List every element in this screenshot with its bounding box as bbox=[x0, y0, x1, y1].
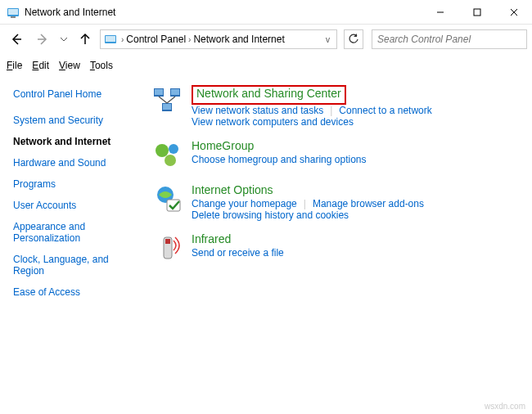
control-panel-small-icon bbox=[104, 33, 117, 46]
refresh-button[interactable] bbox=[344, 29, 363, 49]
link-view-network-computers[interactable]: View network computers and devices bbox=[192, 116, 354, 128]
category-homegroup: HomeGroup Choose homegroup and sharing o… bbox=[152, 139, 527, 172]
maximize-button[interactable] bbox=[458, 0, 495, 25]
sidebar-item-programs[interactable]: Programs bbox=[13, 178, 139, 190]
link-view-network-status[interactable]: View network status and tasks bbox=[192, 105, 323, 116]
sidebar-item-user-accounts[interactable]: User Accounts bbox=[13, 200, 139, 211]
category-title-internet-options[interactable]: Internet Options bbox=[192, 183, 527, 196]
link-change-homepage[interactable]: Change your homepage bbox=[192, 198, 297, 209]
address-bar[interactable]: › Control Panel › Network and Internet v bbox=[100, 29, 337, 49]
link-send-receive-file[interactable]: Send or receive a file bbox=[192, 247, 284, 259]
category-internet-options: Internet Options Change your homepage | … bbox=[152, 183, 527, 221]
svg-rect-11 bbox=[106, 36, 115, 42]
recent-dropdown[interactable] bbox=[57, 28, 70, 51]
svg-rect-15 bbox=[171, 89, 179, 95]
category-title-network-sharing[interactable]: Network and Sharing Center bbox=[196, 87, 341, 100]
category-title-homegroup[interactable]: HomeGroup bbox=[192, 139, 527, 152]
link-manage-addons[interactable]: Manage browser add-ons bbox=[313, 198, 424, 209]
minimize-button[interactable] bbox=[422, 0, 458, 25]
svg-point-20 bbox=[156, 144, 169, 157]
svg-point-21 bbox=[169, 144, 178, 154]
sidebar-item-network-internet[interactable]: Network and Internet bbox=[13, 136, 139, 147]
window-controls bbox=[422, 0, 532, 25]
highlight-annotation: Network and Sharing Center bbox=[192, 85, 346, 105]
control-panel-icon bbox=[7, 6, 20, 19]
link-delete-history[interactable]: Delete browsing history and cookies bbox=[192, 209, 349, 221]
sidebar-home[interactable]: Control Panel Home bbox=[13, 88, 139, 100]
category-network-sharing: Network and Sharing Center View network … bbox=[152, 85, 527, 128]
menu-edit[interactable]: Edit bbox=[32, 60, 49, 71]
sidebar-item-appearance[interactable]: Appearance and Personalization bbox=[13, 221, 139, 244]
main-panel: Network and Sharing Center View network … bbox=[147, 79, 532, 308]
svg-rect-1 bbox=[8, 9, 18, 15]
back-button[interactable] bbox=[5, 28, 28, 51]
infrared-icon bbox=[152, 232, 185, 265]
window-title: Network and Internet bbox=[25, 7, 422, 18]
svg-point-22 bbox=[165, 155, 176, 166]
link-homegroup-options[interactable]: Choose homegroup and sharing options bbox=[192, 154, 366, 165]
breadcrumb-root[interactable]: Control Panel bbox=[126, 34, 186, 45]
network-sharing-icon bbox=[152, 85, 185, 118]
sidebar-item-system-security[interactable]: System and Security bbox=[13, 115, 139, 126]
forward-button[interactable] bbox=[31, 28, 54, 51]
category-title-infrared[interactable]: Infrared bbox=[192, 232, 527, 245]
svg-rect-2 bbox=[11, 16, 16, 18]
breadcrumb-current[interactable]: Network and Internet bbox=[193, 34, 284, 45]
category-infrared: Infrared Send or receive a file bbox=[152, 232, 527, 265]
sidebar-item-hardware-sound[interactable]: Hardware and Sound bbox=[13, 157, 139, 169]
navigation-bar: › Control Panel › Network and Internet v bbox=[0, 25, 532, 54]
titlebar: Network and Internet bbox=[0, 0, 532, 25]
watermark: wsxdn.com bbox=[485, 402, 525, 411]
svg-line-18 bbox=[159, 97, 167, 103]
link-connect-network[interactable]: Connect to a network bbox=[339, 105, 431, 116]
sidebar: Control Panel Home System and Security N… bbox=[0, 79, 147, 308]
homegroup-icon bbox=[152, 139, 185, 172]
address-dropdown-icon[interactable]: v bbox=[322, 35, 333, 44]
svg-line-19 bbox=[167, 97, 175, 103]
menu-bar: File Edit View Tools bbox=[0, 56, 532, 75]
content-area: Control Panel Home System and Security N… bbox=[0, 79, 532, 308]
breadcrumb-chevron-icon: › bbox=[121, 35, 124, 44]
menu-view[interactable]: View bbox=[59, 60, 80, 71]
menu-file[interactable]: File bbox=[7, 60, 22, 71]
up-button[interactable] bbox=[74, 28, 97, 51]
sidebar-item-ease-of-access[interactable]: Ease of Access bbox=[13, 286, 139, 298]
svg-rect-4 bbox=[474, 9, 480, 16]
menu-tools[interactable]: Tools bbox=[90, 60, 113, 71]
svg-rect-17 bbox=[163, 104, 171, 110]
internet-options-icon bbox=[152, 183, 185, 216]
breadcrumb-chevron-icon: › bbox=[188, 35, 191, 44]
svg-rect-13 bbox=[155, 89, 163, 95]
svg-rect-26 bbox=[165, 239, 170, 244]
sidebar-item-clock-language[interactable]: Clock, Language, and Region bbox=[13, 254, 139, 277]
search-input[interactable] bbox=[372, 29, 527, 49]
close-button[interactable] bbox=[495, 0, 532, 25]
